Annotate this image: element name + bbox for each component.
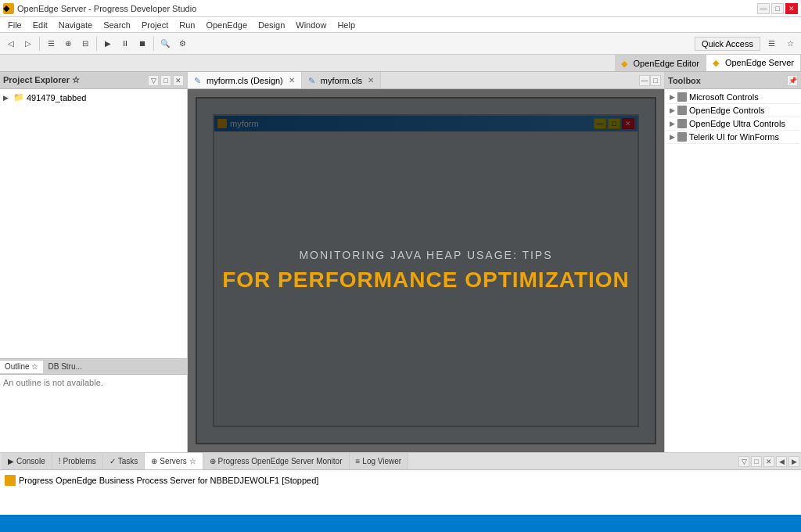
servers-tab-label: Servers ☆ [160, 457, 196, 466]
bottom-prev[interactable]: ◀ [776, 456, 787, 467]
editor-minimize[interactable]: — [639, 75, 650, 86]
left-panel-maximize[interactable]: □ [160, 75, 171, 86]
toolbar-btn-10[interactable]: ⚙ [174, 36, 190, 52]
toolbar-btn-4[interactable]: ⊕ [60, 36, 76, 52]
toolbar-extra-2[interactable]: ☆ [782, 36, 798, 52]
toolbox-expand-1: ▶ [670, 93, 675, 101]
toolbox-openedge-ultra-controls[interactable]: ▶ OpenEdge Ultra Controls [666, 117, 799, 131]
editor-maximize[interactable]: □ [650, 75, 661, 86]
toolbar-btn-2[interactable]: ▷ [20, 36, 36, 52]
tab-db-structure[interactable]: DB Stru... [43, 361, 86, 372]
source-tab-icon: ✎ [308, 76, 318, 85]
server-monitor-tab-icon: ⊕ [210, 457, 216, 466]
bottom-tab-console[interactable]: ▶ Console [2, 453, 52, 469]
bottom-tab-controls: ▽ □ ✕ ◀ ▶ [738, 456, 799, 467]
toolbox-openedge-controls[interactable]: ▶ OpenEdge Controls [666, 104, 799, 117]
menu-design[interactable]: Design [253, 19, 289, 31]
design-tab-icon: ✎ [194, 76, 203, 85]
toolbar-btn-7[interactable]: ⏸ [117, 36, 133, 52]
maximize-button[interactable]: □ [771, 3, 784, 14]
toolbar-btn-6[interactable]: ▶ [100, 36, 116, 52]
tab-openedge-server[interactable]: ◆ OpenEdge Server [706, 55, 801, 71]
menu-help[interactable]: Help [332, 19, 360, 31]
right-panel: Toolbox 📌 ▶ Microsoft Controls ▶ OpenEdg… [664, 72, 801, 452]
menu-file[interactable]: File [3, 19, 27, 31]
tasks-tab-icon: ✓ [110, 457, 116, 466]
quick-access-area: Quick Access ☰ ☆ [695, 36, 798, 52]
left-panel-close[interactable]: ✕ [173, 75, 184, 86]
toolbox-title: Toolbox [668, 76, 701, 85]
quick-access-button[interactable]: Quick Access [695, 37, 760, 51]
menu-window[interactable]: Window [291, 19, 331, 31]
editor-tab-design[interactable]: ✎ myform.cls (Design) ✕ [188, 72, 302, 88]
toolbox-icon-3 [677, 119, 687, 128]
bottom-tab-problems[interactable]: ! Problems [52, 453, 103, 469]
bottom-next[interactable]: ▶ [788, 456, 799, 467]
menu-openedge[interactable]: OpenEdge [201, 19, 252, 31]
tab-openedge-server-label: OpenEdge Server [725, 58, 794, 67]
toolbar-sep-2 [96, 37, 97, 51]
bottom-close[interactable]: ✕ [763, 456, 774, 467]
menu-edit[interactable]: Edit [28, 19, 52, 31]
toolbar-btn-1[interactable]: ◁ [3, 36, 19, 52]
bottom-maximize[interactable]: □ [751, 456, 762, 467]
tab-outline[interactable]: Outline ☆ [0, 361, 43, 373]
toolbox-microsoft-controls[interactable]: ▶ Microsoft Controls [666, 91, 799, 104]
toolbox-icon-2 [677, 106, 687, 115]
bottom-tab-servers[interactable]: ⊕ Servers ☆ [145, 453, 203, 469]
editor-tab-source[interactable]: ✎ myform.cls ✕ [302, 72, 381, 88]
design-tab-close[interactable]: ✕ [289, 76, 295, 84]
toolbar-btn-3[interactable]: ☰ [43, 36, 59, 52]
toolbox-section-label-2: OpenEdge Controls [689, 106, 765, 115]
menu-search[interactable]: Search [99, 19, 135, 31]
project-tree: ▶ 📁 491479_tabbed [0, 89, 187, 358]
outline-panel: Outline ☆ DB Stru... An outline is not a… [0, 358, 187, 452]
toolbox-expand-2: ▶ [670, 106, 675, 114]
menu-run[interactable]: Run [174, 19, 199, 31]
toolbox-section-label-3: OpenEdge Ultra Controls [689, 119, 785, 128]
bottom-tab-log-viewer[interactable]: ≡ Log Viewer [350, 453, 409, 469]
center-editor-area: ✎ myform.cls (Design) ✕ ✎ myform.cls ✕ —… [188, 72, 664, 452]
problems-tab-icon: ! [59, 457, 61, 466]
source-tab-close[interactable]: ✕ [368, 76, 374, 84]
toolbox-telerik-winforms[interactable]: ▶ Telerik UI for WinForms [666, 131, 799, 144]
editor-tab-source-label: myform.cls [321, 76, 362, 85]
bottom-tab-bar: ▶ Console ! Problems ✓ Tasks ⊕ Servers ☆… [0, 453, 801, 470]
tree-item-project[interactable]: ▶ 📁 491479_tabbed [2, 91, 185, 104]
tree-item-label: 491479_tabbed [27, 93, 86, 102]
menu-project[interactable]: Project [137, 19, 173, 31]
log-viewer-tab-label: Log Viewer [362, 457, 401, 466]
toolbar-sep-1 [39, 37, 40, 51]
close-button[interactable]: ✕ [785, 3, 798, 14]
toolbox-section-label-1: Microsoft Controls [689, 92, 759, 102]
left-panel: Project Explorer ☆ ▽ □ ✕ ▶ 📁 491479_tabb… [0, 72, 188, 452]
tab-openedge-editor[interactable]: ◆ OpenEdge Editor [615, 55, 706, 71]
bottom-minimize[interactable]: ▽ [738, 456, 749, 467]
servers-tab-icon: ⊕ [151, 457, 157, 466]
toolbox-icon-1 [677, 92, 687, 102]
left-panel-minimize[interactable]: ▽ [148, 75, 159, 86]
toolbar-btn-8[interactable]: ⏹ [135, 36, 150, 52]
toolbar-extra-1[interactable]: ☰ [763, 36, 779, 52]
bottom-tab-tasks[interactable]: ✓ Tasks [103, 453, 145, 469]
menu-navigate[interactable]: Navigate [54, 19, 97, 31]
overlay-title: FOR PERFORMANCE OPTIMIZATION [222, 268, 630, 293]
bottom-tab-server-monitor[interactable]: ⊕ Progress OpenEdge Server Monitor [203, 453, 350, 469]
project-explorer-header: Project Explorer ☆ ▽ □ ✕ [0, 72, 187, 89]
toolbox-icon-4 [677, 132, 687, 142]
status-bar [0, 515, 801, 532]
folder-icon: 📁 [13, 92, 24, 102]
menu-bar: File Edit Navigate Search Project Run Op… [0, 17, 801, 33]
toolbox-section-label-4: Telerik UI for WinForms [689, 132, 779, 142]
openedge-editor-icon: ◆ [621, 59, 630, 68]
minimize-button[interactable]: — [757, 3, 770, 14]
toolbar-btn-5[interactable]: ⊟ [77, 36, 93, 52]
console-tab-label: Console [16, 457, 45, 466]
toolbox-pin[interactable]: 📌 [787, 75, 798, 86]
editor-tab-bar: ✎ myform.cls (Design) ✕ ✎ myform.cls ✕ —… [188, 72, 664, 89]
toolbar-btn-9[interactable]: 🔍 [157, 36, 173, 52]
server-item-label: Progress OpenEdge Business Process Serve… [19, 476, 318, 485]
title-bar: ◆ OpenEdge Server - Progress Developer S… [0, 0, 801, 17]
server-list-item[interactable]: Progress OpenEdge Business Process Serve… [5, 473, 796, 487]
overlay: MONITORING JAVA HEAP USAGE: TIPS FOR PER… [188, 89, 664, 452]
